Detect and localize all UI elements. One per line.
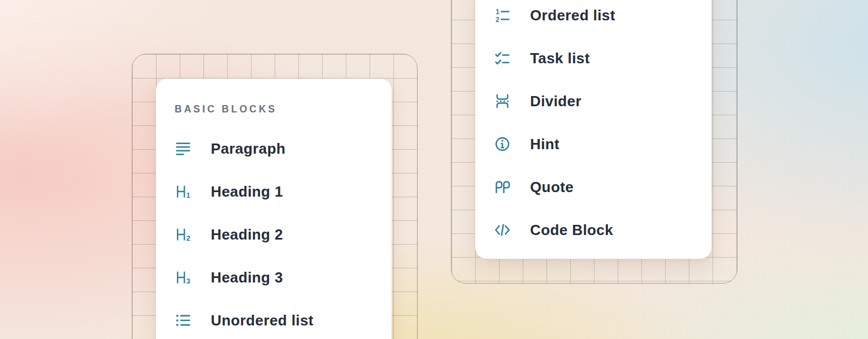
menu-item-heading-2[interactable]: Heading 2 [156, 213, 392, 256]
menu-item-quote[interactable]: Quote [475, 166, 711, 208]
ordered-list-icon [494, 7, 511, 24]
paragraph-icon [175, 140, 192, 157]
quote-icon [494, 179, 511, 195]
menu-item-heading-3[interactable]: Heading 3 [156, 256, 392, 299]
more-blocks-item-list: Ordered list Task list Divider Hint Quot… [475, 0, 711, 251]
basic-blocks-item-list: Paragraph Heading 1 Heading 2 Heading 3 … [156, 127, 392, 339]
menu-item-heading-1[interactable]: Heading 1 [156, 170, 392, 213]
menu-item-hint[interactable]: Hint [475, 123, 711, 166]
unordered-list-icon [175, 312, 192, 329]
block-menu-illustration: BASIC BLOCKS Paragraph Heading 1 Heading… [0, 0, 868, 339]
task-list-icon [494, 50, 511, 67]
heading-2-icon [175, 226, 192, 243]
code-block-icon [494, 221, 511, 238]
menu-item-unordered-list[interactable]: Unordered list [156, 299, 392, 339]
divider-icon [494, 93, 511, 110]
menu-item-task-list[interactable]: Task list [475, 37, 711, 80]
heading-1-icon [175, 183, 192, 200]
basic-blocks-menu-card: BASIC BLOCKS Paragraph Heading 1 Heading… [156, 79, 392, 339]
more-blocks-menu-card: Ordered list Task list Divider Hint Quot… [475, 0, 711, 259]
menu-item-divider[interactable]: Divider [475, 80, 711, 123]
section-label-basic-blocks: BASIC BLOCKS [175, 103, 392, 115]
menu-item-ordered-list[interactable]: Ordered list [475, 0, 711, 37]
menu-item-paragraph[interactable]: Paragraph [156, 127, 392, 170]
hint-icon [494, 136, 511, 153]
heading-3-icon [175, 269, 192, 286]
menu-item-code-block[interactable]: Code Block [475, 208, 711, 251]
